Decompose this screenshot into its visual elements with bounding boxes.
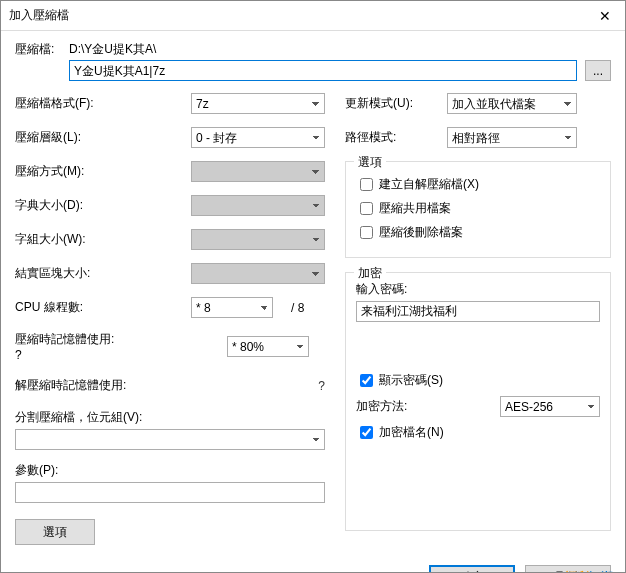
- format-select[interactable]: 7z: [191, 93, 325, 114]
- params-label: 參數(P):: [15, 462, 325, 479]
- password-label: 輸入密碼:: [356, 281, 600, 298]
- button-bar: 確定 取消 福利江湖 fulijianghu.com: [1, 555, 625, 573]
- options-button[interactable]: 選項: [15, 519, 95, 545]
- ok-button[interactable]: 確定: [429, 565, 515, 573]
- memc-label: 壓縮時記憶體使用:?: [15, 331, 191, 362]
- threads-select[interactable]: * 8: [191, 297, 273, 318]
- dict-select[interactable]: [191, 195, 325, 216]
- memd-label: 解壓縮時記憶體使用:: [15, 377, 191, 394]
- dict-label: 字典大小(D):: [15, 197, 191, 214]
- pathmode-select[interactable]: 相對路徑: [447, 127, 577, 148]
- split-select[interactable]: [15, 429, 325, 450]
- archive-label: 壓縮檔:: [15, 41, 69, 58]
- content: 壓縮檔: D:\Y金U提K其A\ Y金U提K其A1|7z ... 壓縮檔格式(F…: [1, 31, 625, 555]
- level-label: 壓縮層級(L):: [15, 129, 191, 146]
- word-select[interactable]: [191, 229, 325, 250]
- encmethod-select[interactable]: AES-256: [500, 396, 600, 417]
- method-select[interactable]: [191, 161, 325, 182]
- shared-checkbox[interactable]: 壓縮共用檔案: [356, 199, 600, 218]
- update-label: 更新模式(U):: [345, 95, 447, 112]
- split-label: 分割壓縮檔，位元組(V):: [15, 409, 325, 426]
- showpwd-checkbox[interactable]: 顯示密碼(S): [356, 371, 600, 390]
- block-label: 結實區塊大小:: [15, 265, 191, 282]
- archive-row: 壓縮檔: D:\Y金U提K其A\ Y金U提K其A1|7z ...: [15, 41, 611, 81]
- archive-path-text: D:\Y金U提K其A\: [69, 41, 611, 58]
- watermark: 福利江湖 fulijianghu.com: [559, 566, 619, 573]
- options-legend: 選項: [354, 154, 386, 171]
- encnames-checkbox[interactable]: 加密檔名(N): [356, 423, 600, 442]
- encrypt-legend: 加密: [354, 265, 386, 282]
- delafter-checkbox[interactable]: 壓縮後刪除檔案: [356, 223, 600, 242]
- archive-name-combo[interactable]: Y金U提K其A1|7z: [69, 60, 577, 81]
- level-select[interactable]: 0 - 封存: [191, 127, 325, 148]
- method-label: 壓縮方式(M):: [15, 163, 191, 180]
- memd-value: ?: [318, 379, 325, 393]
- encmethod-label: 加密方法:: [356, 398, 500, 415]
- sfx-checkbox[interactable]: 建立自解壓縮檔(X): [356, 175, 600, 194]
- close-icon[interactable]: ✕: [585, 1, 625, 31]
- params-input[interactable]: [15, 482, 325, 503]
- memc-select[interactable]: * 80%: [227, 336, 309, 357]
- encrypt-fieldset: 加密 輸入密碼: 顯示密碼(S) 加密方法:AES-256 加密檔名(N): [345, 272, 611, 531]
- block-select[interactable]: [191, 263, 325, 284]
- window-title: 加入壓縮檔: [9, 7, 69, 24]
- pathmode-label: 路徑模式:: [345, 129, 447, 146]
- word-label: 字組大小(W):: [15, 231, 191, 248]
- options-fieldset: 選項 建立自解壓縮檔(X) 壓縮共用檔案 壓縮後刪除檔案: [345, 161, 611, 258]
- update-select[interactable]: 加入並取代檔案: [447, 93, 577, 114]
- format-label: 壓縮檔格式(F):: [15, 95, 191, 112]
- threads-label: CPU 線程數:: [15, 299, 191, 316]
- titlebar: 加入壓縮檔 ✕: [1, 1, 625, 31]
- browse-button[interactable]: ...: [585, 60, 611, 81]
- threads-total: / 8: [291, 301, 304, 315]
- password-input[interactable]: [356, 301, 600, 322]
